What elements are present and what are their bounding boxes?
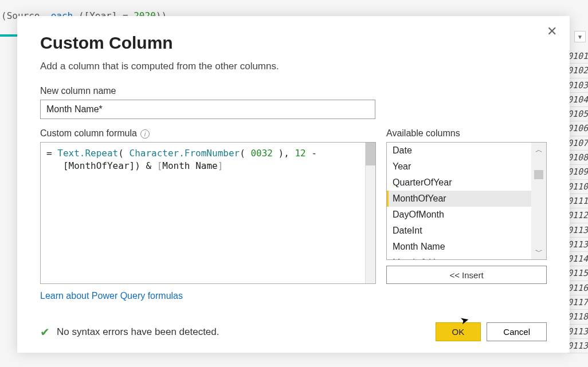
new-column-name-input[interactable] <box>40 100 375 119</box>
status-text: No syntax errors have been detected. <box>57 326 430 338</box>
available-column-item[interactable]: Year <box>387 159 532 175</box>
data-cell: 0113 <box>567 223 588 238</box>
data-cell: 0113 <box>567 238 588 252</box>
available-column-item[interactable]: DayOfMonth <box>387 207 532 223</box>
available-column-item[interactable]: Month Name <box>387 239 532 255</box>
background-data-column: 0101010201030104010501060107010801090110… <box>567 49 588 353</box>
data-cell: 0110 <box>567 180 588 194</box>
data-cell: 0114 <box>567 252 588 266</box>
data-cell: 0118 <box>567 310 588 324</box>
data-cell: 0102 <box>567 64 588 78</box>
data-cell: 0107 <box>567 136 588 151</box>
column-dropdown-icon[interactable]: ▼ <box>574 31 586 42</box>
data-cell: 0116 <box>567 281 588 295</box>
formula-editor[interactable]: = Text.Repeat( Character.FromNumber( 003… <box>40 142 376 284</box>
ok-button[interactable]: OK <box>436 322 481 341</box>
custom-column-dialog: ✕ Custom Column Add a column that is com… <box>17 16 570 353</box>
formula-text: = Text.Repeat( Character.FromNumber( 003… <box>41 143 375 177</box>
data-cell: 0115 <box>567 266 588 281</box>
data-cell: 0106 <box>567 121 588 136</box>
new-column-name-label: New column name <box>40 86 547 96</box>
data-cell: 0109 <box>567 165 588 179</box>
scroll-up-icon[interactable]: ︿ <box>531 143 546 157</box>
data-cell: 0103 <box>567 78 588 93</box>
data-cell: 0101 <box>567 49 588 64</box>
available-column-item[interactable]: DateInt <box>387 223 532 239</box>
available-column-item[interactable]: Month & Year <box>387 255 532 260</box>
scrollbar-thumb[interactable] <box>366 143 375 165</box>
check-icon: ✔ <box>40 325 50 339</box>
close-icon[interactable]: ✕ <box>547 25 557 38</box>
formula-scrollbar[interactable] <box>365 143 375 283</box>
cancel-button[interactable]: Cancel <box>487 322 547 341</box>
available-column-item[interactable]: Date <box>387 143 532 159</box>
available-columns-label: Available columns <box>386 128 547 139</box>
data-cell: 0111 <box>567 194 588 208</box>
data-cell: 0112 <box>567 208 588 223</box>
available-scrollbar[interactable]: ︿ ﹀ <box>531 143 546 259</box>
info-icon[interactable]: i <box>140 129 150 139</box>
dialog-subtitle: Add a column that is computed from the o… <box>40 61 547 72</box>
available-column-item[interactable]: QuarterOfYear <box>387 175 532 191</box>
insert-button[interactable]: << Insert <box>386 266 547 284</box>
tab-indicator <box>0 34 19 37</box>
scrollbar-thumb[interactable] <box>534 170 543 179</box>
data-cell: 0108 <box>567 151 588 165</box>
learn-link[interactable]: Learn about Power Query formulas <box>40 291 183 301</box>
available-column-item[interactable]: MonthOfYear <box>387 191 532 207</box>
data-cell: 0113 <box>567 325 588 339</box>
dialog-title: Custom Column <box>40 33 547 53</box>
formula-label: Custom column formulai <box>40 128 376 139</box>
data-cell: 0104 <box>567 93 588 107</box>
scroll-down-icon[interactable]: ﹀ <box>531 244 546 259</box>
available-columns-list: DateYearQuarterOfYearMonthOfYearDayOfMon… <box>386 142 547 260</box>
data-cell: 0105 <box>567 107 588 121</box>
data-cell: 0113 <box>567 339 588 353</box>
data-cell: 0117 <box>567 295 588 310</box>
